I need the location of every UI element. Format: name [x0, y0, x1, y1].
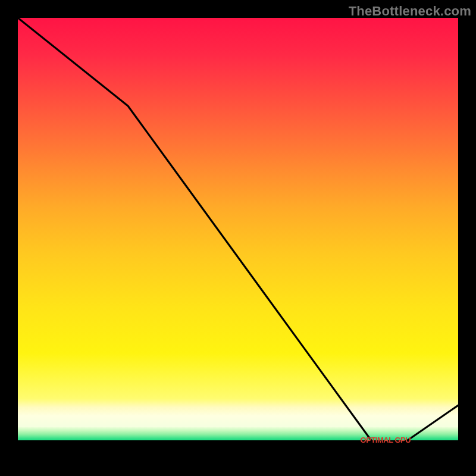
- optimal-gpu-label: OPTIMAL GPU: [361, 436, 411, 444]
- bottleneck-curve: [18, 18, 458, 445]
- chart-frame: OPTIMAL GPU: [18, 18, 458, 458]
- chart-svg: [18, 18, 458, 458]
- chart-canvas: TheBottleneck.com OPTIMAL GPU: [0, 0, 476, 476]
- watermark-text: TheBottleneck.com: [349, 4, 471, 19]
- plot-area: OPTIMAL GPU: [18, 18, 458, 458]
